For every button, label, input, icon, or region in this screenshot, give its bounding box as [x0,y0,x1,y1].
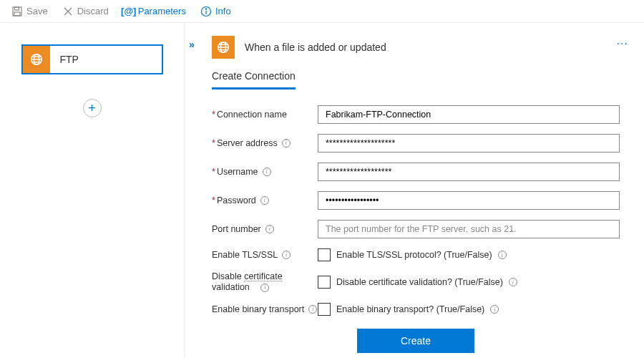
save-icon [11,6,23,17]
binary-check-label: Enable binary transport? (True/False) [336,304,484,314]
main-area: FTP + » ··· When a file is added or upda… [0,23,644,358]
username-input[interactable] [318,163,620,181]
step-label: FTP [50,54,79,65]
svg-point-7 [205,8,206,9]
command-bar: Save Discard [@] Parameters Info [0,0,644,23]
info-icon[interactable]: i [282,251,291,259]
parameters-icon: [@] [123,6,135,17]
label-tls: Enable TLS/SSL i [212,249,318,261]
tab-create-connection[interactable]: Create Connection [212,70,296,90]
toolbar-label: Parameters [138,6,186,16]
workflow-sidebar: FTP + [0,23,185,358]
toolbar-label: Save [26,6,48,16]
row-password: *Password i [212,191,620,210]
toolbar-label: Info [215,6,231,16]
info-button[interactable]: Info [195,3,237,20]
tls-check-label: Enable TLS/SSL protocol? (True/False) [336,250,492,260]
label-server-address: *Server address i [212,137,318,149]
row-username: *Username i [212,163,620,181]
step-card-ftp[interactable]: FTP [21,44,163,74]
connection-form: *Connection name *Server address i *User… [212,105,620,353]
row-server-address: *Server address i [212,134,620,153]
discard-button[interactable]: Discard [57,3,114,20]
connection-name-input[interactable] [318,105,620,124]
info-icon[interactable]: i [265,225,274,233]
info-icon[interactable]: i [509,278,517,286]
info-icon[interactable]: i [260,284,269,292]
cert-checkbox[interactable] [318,276,331,289]
designer-panel: » ··· When a file is added or updated Cr… [185,23,644,358]
add-step-button[interactable]: + [83,99,102,117]
plus-icon: + [88,102,96,115]
tls-checkbox[interactable] [318,248,331,261]
server-address-input[interactable] [318,134,620,153]
ftp-icon [23,46,50,73]
label-connection-name: *Connection name [212,109,318,120]
binary-checkbox[interactable] [318,303,331,316]
close-icon [62,6,74,17]
collapse-panel-button[interactable]: » [189,39,195,50]
info-icon[interactable]: i [260,196,269,205]
save-button[interactable]: Save [6,3,54,20]
toolbar-label: Discard [77,6,109,16]
port-input[interactable] [318,220,620,238]
label-port: Port number i [212,223,318,235]
panel-tabs: Create Connection [212,70,625,90]
cert-check-label: Disable certificate validation? (True/Fa… [336,277,503,287]
password-input[interactable] [318,191,620,210]
label-username: *Username i [212,166,318,178]
create-button[interactable]: Create [357,329,474,353]
row-binary: Enable binary transport i Enable binary … [212,303,620,316]
row-port: Port number i [212,220,620,238]
info-icon[interactable]: i [490,305,499,314]
panel-title: When a file is added or updated [245,42,386,53]
trigger-icon [212,36,235,59]
svg-rect-1 [15,7,19,10]
info-icon[interactable]: i [282,139,291,147]
info-icon[interactable]: i [308,305,317,314]
info-icon[interactable]: i [263,168,271,176]
row-cert: Disable certificate validation i Disable… [212,271,620,293]
row-connection-name: *Connection name [212,105,620,124]
label-binary: Enable binary transport i [212,304,318,315]
row-tls: Enable TLS/SSL i Enable TLS/SSL protocol… [212,248,620,261]
label-cert: Disable certificate validation i [212,271,318,293]
more-options-button[interactable]: ··· [617,37,628,50]
submit-row: Create [212,329,620,353]
info-icon[interactable]: i [498,251,507,259]
panel-header: When a file is added or updated [212,36,625,59]
label-password: *Password i [212,195,318,206]
info-icon [200,6,212,17]
svg-rect-2 [14,12,20,16]
parameters-button[interactable]: [@] Parameters [117,3,192,20]
